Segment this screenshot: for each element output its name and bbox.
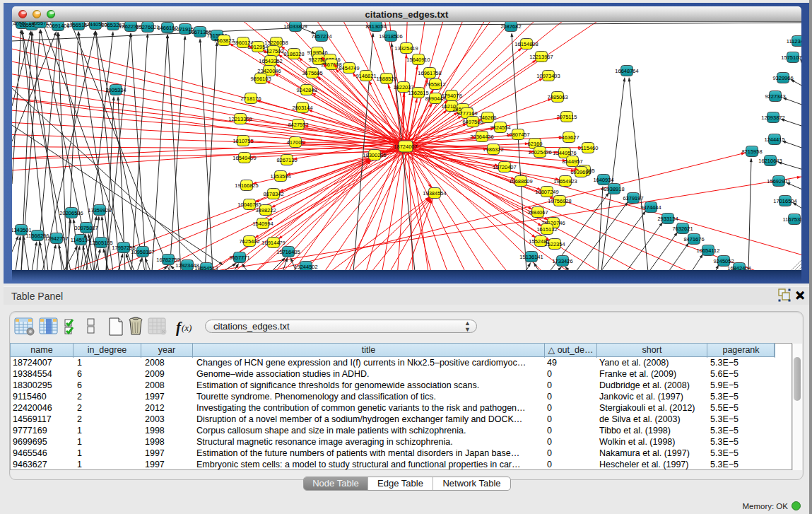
- svg-text:1244415: 1244415: [764, 136, 784, 143]
- svg-text:16033809: 16033809: [283, 23, 307, 30]
- svg-text:9227343: 9227343: [765, 93, 785, 100]
- svg-text:7955812: 7955812: [425, 81, 445, 88]
- svg-text:2975115: 2975115: [557, 114, 577, 120]
- svg-text:3984067: 3984067: [527, 209, 548, 216]
- svg-text:6379197: 6379197: [623, 195, 643, 201]
- svg-text:15716485: 15716485: [276, 249, 300, 255]
- svg-text:18724007: 18724007: [394, 144, 417, 150]
- svg-text:16154808: 16154808: [514, 41, 538, 47]
- svg-text:9245052: 9245052: [713, 258, 734, 264]
- svg-text:12213369: 12213369: [228, 116, 252, 122]
- svg-text:16648764: 16648764: [615, 68, 638, 74]
- svg-text:15276021: 15276021: [136, 24, 159, 30]
- svg-text:9474444: 9474444: [640, 204, 661, 211]
- svg-text:8471676: 8471676: [683, 236, 704, 243]
- svg-text:8813054: 8813054: [365, 23, 386, 30]
- svg-text:16543362: 16543362: [259, 58, 282, 64]
- svg-text:10654112: 10654112: [697, 247, 720, 254]
- svg-text:1733426: 1733426: [552, 258, 572, 264]
- svg-text:12942757: 12942757: [45, 235, 68, 242]
- svg-text:62160: 62160: [528, 141, 543, 147]
- svg-text:15136141: 15136141: [519, 254, 543, 260]
- svg-text:8544957: 8544957: [562, 158, 582, 165]
- svg-text:9657771: 9657771: [229, 255, 249, 261]
- svg-text:6794078: 6794078: [441, 93, 461, 99]
- svg-text:15751074: 15751074: [781, 54, 801, 61]
- svg-text:8454749: 8454749: [339, 65, 359, 71]
- svg-text:9146821: 9146821: [355, 73, 376, 79]
- svg-text:1640934: 1640934: [593, 177, 613, 183]
- svg-text:3675685: 3675685: [302, 70, 322, 76]
- svg-text:7857274: 7857274: [311, 33, 331, 40]
- svg-text:8938918: 8938918: [604, 186, 624, 192]
- svg-text:30975887: 30975887: [74, 225, 98, 231]
- svg-text:19244502: 19244502: [294, 264, 317, 270]
- svg-text:7632621: 7632621: [672, 226, 693, 232]
- svg-text:13226058: 13226058: [264, 40, 288, 46]
- svg-text:16961758: 16961758: [418, 70, 441, 76]
- svg-text:16842404: 16842404: [727, 265, 751, 270]
- svg-text:9329966: 9329966: [772, 75, 793, 81]
- svg-text:12505185: 12505185: [89, 240, 112, 246]
- svg-text:6939696: 6939696: [570, 169, 591, 175]
- svg-text:12093872: 12093872: [761, 115, 784, 121]
- svg-text:1615132: 1615132: [536, 226, 557, 233]
- svg-text:19384554: 19384554: [423, 190, 446, 197]
- svg-text:2087682: 2087682: [500, 23, 521, 30]
- svg-text:16210643: 16210643: [758, 158, 782, 164]
- svg-text:11123456: 11123456: [787, 38, 801, 45]
- svg-text:8427552: 8427552: [288, 122, 308, 128]
- svg-text:12213967: 12213967: [529, 54, 553, 60]
- svg-text:20206586: 20206586: [59, 210, 83, 216]
- svg-text:10973493: 10973493: [536, 73, 560, 79]
- svg-text:18654513: 18654513: [194, 265, 218, 270]
- svg-text:8186328: 8186328: [283, 51, 304, 57]
- svg-text:9896103: 9896103: [250, 76, 271, 82]
- svg-text:1588520: 1588520: [376, 76, 396, 82]
- svg-text:13325419: 13325419: [394, 45, 418, 52]
- svg-text:19218506: 19218506: [379, 33, 402, 40]
- svg-text:11675339: 11675339: [783, 216, 801, 223]
- svg-text:8267130: 8267130: [276, 157, 297, 163]
- svg-text:8215958: 8215958: [741, 148, 762, 155]
- svg-text:3498222: 3498222: [255, 207, 276, 214]
- svg-text:9777169: 9777169: [457, 110, 477, 117]
- svg-text:2933134: 2933134: [657, 216, 678, 222]
- svg-text:2522354: 2522354: [544, 241, 565, 247]
- svg-text:16914479: 16914479: [261, 240, 285, 246]
- svg-text:1540994: 1540994: [252, 221, 273, 227]
- svg-text:2005334: 2005334: [105, 87, 126, 93]
- svg-text:7625402: 7625402: [239, 238, 259, 245]
- svg-text:15640910: 15640910: [406, 57, 430, 63]
- svg-text:17359928: 17359928: [88, 207, 111, 214]
- svg-text:9242848: 9242848: [296, 87, 317, 93]
- svg-text:10958187: 10958187: [131, 249, 154, 255]
- svg-text:3824554: 3824554: [490, 124, 510, 131]
- svg-text:(x): (x): [182, 322, 192, 333]
